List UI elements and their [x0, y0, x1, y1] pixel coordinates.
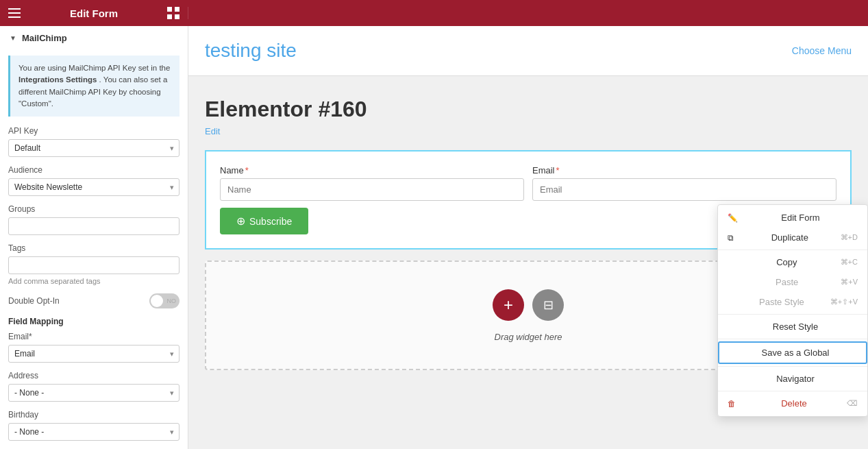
name-input[interactable]	[220, 178, 524, 201]
email-field-label: Email*	[532, 165, 836, 175]
api-key-select-wrapper: Default	[8, 139, 179, 157]
email-mapping-select[interactable]: Email	[8, 345, 179, 363]
birthday-mapping-select[interactable]: - None -	[8, 423, 179, 441]
tags-input[interactable]	[8, 256, 179, 274]
subscribe-label: Subscribe	[249, 216, 292, 227]
audience-row: Audience Website Newslette	[8, 165, 179, 196]
ctx-delete-shortcut: ⌫	[847, 399, 858, 408]
main-layout: ▼ MailChimp You are using MailChimp API …	[0, 26, 868, 449]
ctx-navigator[interactable]: Navigator	[718, 369, 867, 389]
email-mapping-label: Email*	[8, 332, 179, 341]
ctx-edit-form[interactable]: ✏️ Edit Form	[718, 208, 867, 228]
top-bar: Edit Form	[0, 0, 868, 26]
toggle-no-label: NO	[167, 298, 177, 304]
tags-row: Tags Add comma separated tags	[8, 243, 179, 285]
mailchimp-section-header[interactable]: ▼ MailChimp	[0, 26, 188, 50]
address-mapping-select[interactable]: - None -	[8, 384, 179, 402]
layout-button[interactable]: ⊟	[532, 289, 564, 321]
audience-select-wrapper: Website Newslette	[8, 178, 179, 196]
address-mapping-select-wrapper: - None -	[8, 384, 179, 402]
ctx-duplicate[interactable]: ⧉ Duplicate ⌘+D	[718, 228, 867, 247]
api-key-label: API Key	[8, 126, 179, 136]
ctx-paste-shortcut: ⌘+V	[841, 278, 858, 287]
groups-label: Groups	[8, 204, 179, 214]
api-key-row: API Key Default	[8, 126, 179, 157]
ctx-save-global-label: Save as a Global	[761, 348, 829, 358]
birthday-mapping-select-wrapper: - None -	[8, 423, 179, 441]
sidebar-form: API Key Default Audience Website Newslet…	[0, 122, 188, 449]
email-input[interactable]	[532, 178, 836, 201]
svg-rect-4	[175, 7, 179, 12]
ctx-divider-3	[718, 339, 867, 339]
sidebar: ▼ MailChimp You are using MailChimp API …	[0, 26, 188, 449]
drag-widget-text: Drag widget here	[495, 332, 562, 342]
audience-select[interactable]: Website Newslette	[8, 178, 179, 196]
double-opt-in-row: Double Opt-In NO	[8, 293, 179, 308]
edit-form-title: Edit Form	[70, 8, 118, 19]
canvas-top-bar: testing site Choose Menu	[188, 26, 868, 76]
svg-rect-6	[175, 14, 179, 19]
info-text-1: You are using MailChimp API Key set in t…	[18, 64, 170, 72]
name-required: *	[245, 165, 249, 175]
address-mapping-label: Address	[8, 371, 179, 380]
mailchimp-label: MailChimp	[22, 33, 67, 43]
toggle-knob	[151, 295, 163, 307]
ctx-divider-1	[718, 250, 867, 250]
ctx-delete-label: Delete	[781, 398, 807, 409]
page-title: Elementor #160	[205, 97, 852, 122]
svg-rect-0	[8, 8, 21, 10]
audience-label: Audience	[8, 165, 179, 175]
info-box: You are using MailChimp API Key set in t…	[8, 56, 179, 117]
svg-rect-3	[167, 7, 172, 12]
subscribe-button[interactable]: ⊕ Subscribe	[220, 208, 308, 234]
ctx-delete[interactable]: 🗑 Delete ⌫	[718, 393, 867, 413]
address-mapping-row: Address - None -	[8, 371, 179, 402]
ctx-paste-style-label: Paste Style	[759, 297, 804, 307]
birthday-mapping-label: Birthday	[8, 410, 179, 420]
ctx-paste-style: Paste Style ⌘+⇧+V	[718, 292, 867, 312]
site-title: testing site	[205, 40, 297, 62]
grid-icon[interactable]	[167, 7, 179, 19]
hamburger-icon[interactable]	[8, 7, 21, 19]
ctx-copy-shortcut: ⌘+C	[841, 258, 858, 267]
svg-rect-2	[8, 16, 21, 18]
ctx-reset-style[interactable]: Reset Style	[718, 317, 867, 337]
email-mapping-row: Email* Email	[8, 332, 179, 363]
edit-link[interactable]: Edit	[205, 126, 852, 136]
subscribe-icon: ⊕	[236, 215, 245, 228]
ctx-navigator-label: Navigator	[776, 374, 815, 384]
ctx-divider-5	[718, 391, 867, 391]
ctx-edit-form-icon: ✏️	[728, 213, 738, 223]
info-link: Integrations Settings	[18, 75, 97, 84]
double-opt-in-toggle[interactable]: NO	[149, 293, 179, 308]
ctx-duplicate-label: Duplicate	[771, 232, 808, 243]
ctx-duplicate-icon: ⧉	[728, 233, 734, 243]
name-field-label: Name*	[220, 165, 524, 175]
ctx-save-global[interactable]: Save as a Global	[718, 341, 867, 364]
groups-input[interactable]	[8, 217, 179, 235]
form-fields-row: Name* Email*	[220, 165, 836, 201]
ctx-divider-4	[718, 366, 867, 367]
ctx-delete-icon: 🗑	[728, 399, 736, 409]
field-mapping-label: Field Mapping	[8, 317, 179, 326]
ctx-edit-form-label: Edit Form	[781, 213, 819, 223]
ctx-paste-label: Paste	[776, 277, 798, 287]
collapse-arrow-icon: ▼	[10, 34, 16, 42]
api-key-select[interactable]: Default	[8, 139, 179, 157]
svg-rect-5	[167, 14, 172, 19]
ctx-copy-label: Copy	[776, 257, 797, 267]
email-mapping-select-wrapper: Email	[8, 345, 179, 363]
email-required: *	[556, 165, 560, 175]
context-menu: ✏️ Edit Form ⧉ Duplicate ⌘+D Copy ⌘+C Pa…	[717, 204, 868, 417]
name-field: Name*	[220, 165, 524, 201]
drag-btn-group: + ⊟	[493, 289, 564, 321]
birthday-mapping-row: Birthday - None -	[8, 410, 179, 441]
ctx-reset-style-label: Reset Style	[773, 321, 818, 332]
double-opt-in-label: Double Opt-In	[8, 296, 60, 306]
canvas-area: testing site Choose Menu Elementor #160 …	[188, 26, 868, 449]
email-field: Email*	[532, 165, 836, 201]
add-widget-button[interactable]: +	[493, 289, 524, 321]
ctx-paste-style-shortcut: ⌘+⇧+V	[830, 298, 858, 306]
ctx-copy[interactable]: Copy ⌘+C	[718, 252, 867, 272]
choose-menu-button[interactable]: Choose Menu	[792, 45, 852, 56]
